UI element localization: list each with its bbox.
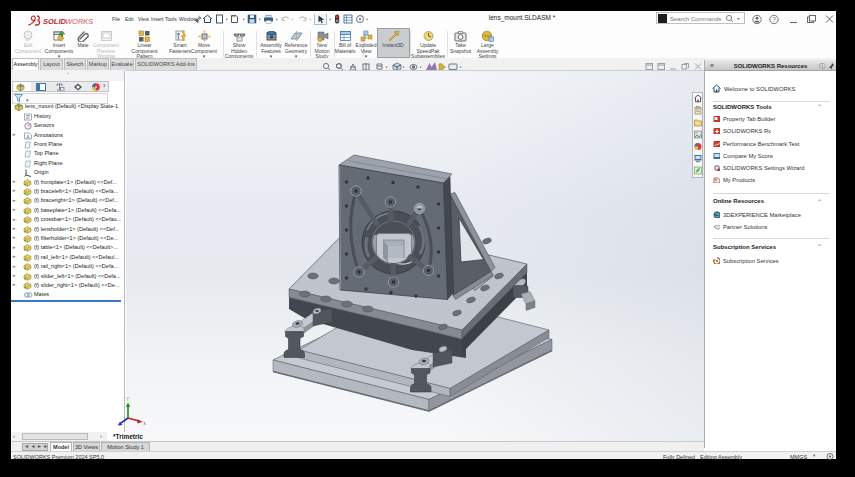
svg-text:WORKS: WORKS bbox=[65, 17, 93, 26]
svg-text:?: ? bbox=[772, 16, 776, 23]
svg-text:Y: Y bbox=[126, 397, 129, 402]
svg-text:x: x bbox=[144, 421, 147, 426]
svg-text:SOLID: SOLID bbox=[43, 17, 67, 26]
svg-text:A: A bbox=[26, 133, 30, 139]
